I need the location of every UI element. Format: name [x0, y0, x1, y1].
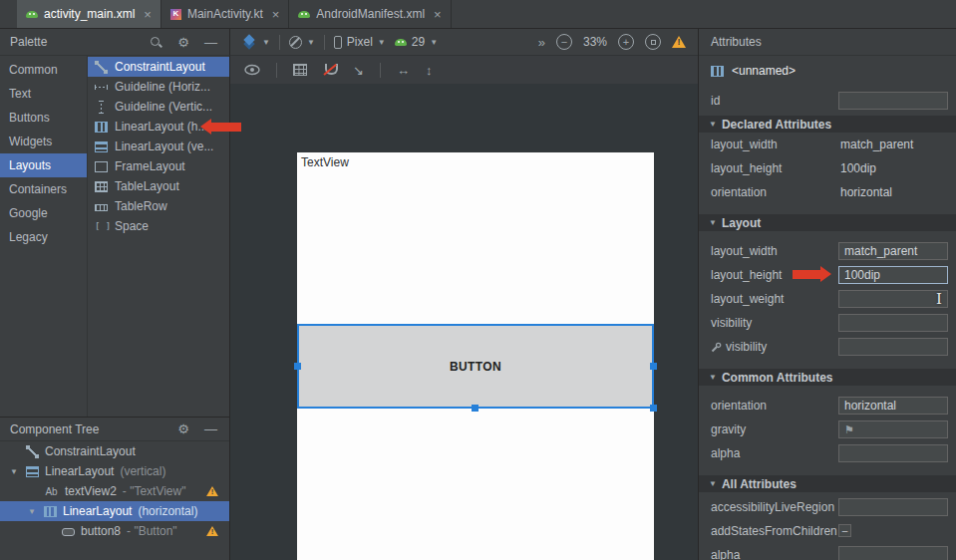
close-icon[interactable]: × [434, 8, 442, 21]
palette-item-tablerow[interactable]: TableRow [88, 196, 229, 216]
layout-width-input[interactable]: match_parent [838, 242, 948, 260]
design-surface-selector[interactable]: ▼ [242, 35, 270, 49]
category-widgets[interactable]: Widgets [0, 130, 87, 153]
tree-item-linearlayout-horizontal[interactable]: ▼ LinearLayout(horizontal) [0, 501, 229, 521]
component-name: <unnamed> [732, 64, 796, 78]
zoom-in-button[interactable]: + [618, 34, 634, 50]
autoconnect-off-icon[interactable] [323, 64, 337, 77]
expand-vertical-icon[interactable]: ↕ [426, 64, 433, 77]
category-layouts[interactable]: Layouts [0, 153, 87, 177]
visibility-input[interactable] [838, 314, 948, 332]
tab-mainactivity-kt[interactable]: K MainActivity.kt × [161, 0, 289, 28]
attr-value[interactable]: match_parent [840, 133, 913, 156]
category-google[interactable]: Google [0, 201, 87, 225]
design-canvas[interactable]: ↘ ↔ ↕ TextView BUTTON [230, 56, 698, 560]
category-containers[interactable]: Containers [0, 177, 87, 201]
alpha-input[interactable] [838, 444, 948, 462]
close-icon[interactable]: × [272, 8, 280, 21]
expand-caret-icon[interactable]: ▼ [28, 507, 36, 516]
divider [276, 63, 277, 78]
warning-icon[interactable] [672, 36, 686, 48]
zoom-level: 33% [583, 35, 607, 49]
api-level-selector[interactable]: 29 ▼ [395, 35, 438, 49]
palette-item-guideline-vertical[interactable]: Guideline (Vertic... [88, 97, 229, 117]
gear-icon[interactable]: ⚙ [177, 422, 189, 435]
attr-value[interactable]: horizontal [840, 180, 892, 204]
tab-activity-main-xml[interactable]: activity_main.xml × [17, 0, 161, 28]
addstatesfromchildren-checkbox[interactable]: – [838, 524, 851, 537]
orientation-input[interactable]: horizontal [838, 397, 948, 415]
collapse-caret-icon: ▼ [709, 120, 717, 129]
tab-androidmanifest-xml[interactable]: AndroidManifest.xml × [289, 0, 451, 28]
canvas-button[interactable]: BUTTON [450, 360, 501, 374]
close-icon[interactable]: × [144, 8, 152, 21]
gravity-input[interactable]: ⚑ [838, 420, 948, 438]
warning-icon[interactable] [206, 486, 218, 496]
android-icon [395, 36, 407, 48]
canvas-textview[interactable]: TextView [301, 155, 349, 169]
minimize-icon[interactable]: — [204, 422, 217, 435]
warning-icon[interactable] [206, 526, 218, 536]
canvas-toolbar: ↘ ↔ ↕ [230, 56, 698, 84]
theme-selector[interactable]: ▼ [289, 36, 315, 49]
palette-panel: Common Text Buttons Widgets Layouts Cont… [0, 56, 230, 417]
palette-item-guideline-horizontal[interactable]: Guideline (Horiz... [88, 77, 229, 97]
chevron-down-icon: ▼ [262, 38, 270, 47]
infer-constraints-icon[interactable]: ↘ [353, 64, 364, 77]
device-screen[interactable]: TextView BUTTON [297, 152, 654, 560]
section-header-layout[interactable]: ▼ Layout [699, 214, 956, 231]
align-horizontal-icon[interactable]: ↔ [397, 64, 410, 77]
selected-component-row: <unnamed> [699, 56, 956, 86]
gear-icon[interactable]: ⚙ [177, 36, 189, 49]
constraintlayout-icon [95, 61, 108, 74]
category-legacy[interactable]: Legacy [0, 225, 87, 249]
component-tree-panel: Component Tree ⚙ — ConstraintLayout ▼ Li… [0, 417, 230, 560]
section-header-declared-attributes[interactable]: ▼ Declared Attributes [699, 116, 956, 133]
divider [279, 35, 280, 50]
expand-caret-icon[interactable]: ▼ [10, 467, 18, 476]
layout-weight-input[interactable] [838, 290, 948, 308]
device-selector[interactable]: Pixel ▼ [334, 35, 386, 49]
palette-item-tablelayout[interactable]: TableLayout [88, 176, 229, 196]
palette-header: Palette ⚙ — [0, 29, 230, 56]
view-options-eye-icon[interactable] [244, 64, 260, 76]
tree-item-textview2[interactable]: Ab textView2- "TextView" [0, 481, 229, 501]
attributes-title: Attributes [711, 35, 762, 49]
attr-row-addstatesfromchildren: addStatesFromChildren – [699, 519, 956, 543]
framelayout-icon [95, 161, 108, 172]
layout-height-input[interactable]: 100dip [838, 266, 948, 284]
resize-handle-bottom-right[interactable] [650, 405, 657, 412]
resize-handle-right[interactable] [650, 363, 657, 370]
palette-item-space[interactable]: [ ] Space [88, 216, 229, 236]
id-input[interactable] [838, 92, 948, 110]
category-common[interactable]: Common [0, 58, 87, 82]
kotlin-file-icon: K [170, 9, 181, 20]
selected-linearlayout[interactable]: BUTTON [297, 324, 654, 409]
attr-value[interactable]: 100dip [840, 156, 876, 180]
tree-item-constraintlayout[interactable]: ConstraintLayout [0, 441, 229, 461]
blueprint-grid-icon[interactable] [293, 64, 307, 76]
section-header-all-attributes[interactable]: ▼ All Attributes [699, 475, 956, 492]
zoom-out-button[interactable]: − [556, 34, 572, 50]
resize-handle-left[interactable] [294, 363, 301, 370]
minimize-icon[interactable]: — [204, 36, 217, 49]
category-text[interactable]: Text [0, 82, 87, 106]
section-title: Layout [722, 216, 761, 230]
resize-handle-bottom[interactable] [472, 405, 478, 412]
palette-item-framelayout[interactable]: FrameLayout [88, 156, 229, 176]
flag-icon[interactable]: ⚑ [844, 423, 854, 435]
linearlayout-vertical-icon [26, 466, 39, 477]
toolbar-overflow-icon[interactable]: » [538, 35, 545, 50]
alpha-input[interactable] [838, 546, 948, 560]
palette-item-linearlayout-vertical[interactable]: LinearLayout (ve... [88, 137, 229, 156]
category-buttons[interactable]: Buttons [0, 106, 87, 130]
section-header-common-attributes[interactable]: ▼ Common Attributes [699, 369, 956, 386]
tree-item-linearlayout-vertical[interactable]: ▼ LinearLayout(vertical) [0, 461, 229, 481]
search-icon[interactable] [150, 36, 162, 49]
tree-item-button8[interactable]: button8- "Button" [0, 521, 229, 541]
palette-categories: Common Text Buttons Widgets Layouts Cont… [0, 56, 88, 417]
accessibilityliveregion-input[interactable] [838, 498, 948, 516]
tools-visibility-input[interactable] [838, 338, 948, 356]
palette-item-constraintlayout[interactable]: ConstraintLayout [88, 57, 229, 77]
zoom-to-fit-button[interactable] [645, 34, 661, 50]
